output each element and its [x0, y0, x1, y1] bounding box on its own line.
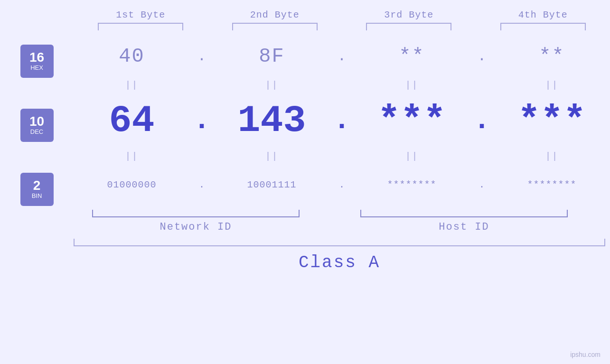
network-bracket	[92, 210, 300, 217]
dec-badge-label: DEC	[30, 128, 43, 136]
top-bracket-2	[232, 23, 318, 30]
class-label: Class A	[299, 253, 380, 272]
dec-dot3: .	[470, 104, 494, 137]
eq1-s1	[190, 78, 214, 92]
dec-b2: 143	[237, 99, 306, 142]
host-id-label: Host ID	[342, 221, 586, 233]
byte1-label: 1st Byte	[74, 9, 208, 20]
bottom-bracket-row	[74, 210, 610, 217]
byte4-label: 4th Byte	[476, 9, 610, 20]
hex-b2-cell: 8F	[214, 45, 330, 68]
class-bracket	[74, 239, 605, 246]
top-bracket-4	[500, 23, 586, 30]
dec-data-row: 64 . 143 . *** . ***	[74, 92, 610, 149]
bin-badge: 2 BIN	[20, 173, 54, 206]
bracket-cell-1	[74, 23, 208, 30]
hex-b2: 8F	[259, 45, 284, 68]
eq1-s2	[330, 78, 354, 92]
host-bracket-cell	[342, 210, 586, 217]
eq2-s1	[190, 149, 214, 163]
bin-dot1: .	[190, 179, 214, 190]
hex-b4-cell: **	[494, 45, 610, 68]
bin-b1-cell: 01000000	[74, 179, 190, 190]
bin-dot3: .	[470, 179, 494, 190]
dec-dot1: .	[190, 104, 214, 137]
watermark: ipshu.com	[570, 351, 601, 358]
top-bracket-1	[98, 23, 183, 30]
eq1-c4: ||	[494, 78, 610, 92]
dec-b2-cell: 143	[214, 99, 330, 142]
bracket-cell-3	[342, 23, 476, 30]
rows-container: 40 . 8F . ** . **	[74, 35, 610, 233]
bin-b2-cell: 10001111	[214, 179, 330, 190]
main-container: 1st Byte 2nd Byte 3rd Byte 4th Byte 16 H…	[0, 0, 610, 364]
dec-b4-cell: ***	[494, 99, 610, 142]
dec-dot2: .	[330, 104, 354, 137]
dec-b4: ***	[517, 99, 586, 142]
eq2-s2	[330, 149, 354, 163]
eq1-c1: ||	[74, 78, 190, 92]
hex-badge-label: HEX	[30, 64, 43, 72]
dec-badge: 10 DEC	[20, 109, 54, 142]
id-labels-row: Network ID Host ID	[74, 221, 610, 233]
host-bracket-inner	[360, 210, 568, 217]
dec-b3: ***	[377, 99, 446, 142]
hex-b1: 40	[119, 45, 144, 68]
hex-b4: **	[539, 45, 564, 68]
dec-badge-number: 10	[29, 115, 44, 128]
hex-badge-number: 16	[29, 51, 44, 64]
eq1-c3: ||	[354, 78, 470, 92]
hex-badge: 16 HEX	[20, 45, 54, 78]
bin-badge-number: 2	[33, 179, 41, 192]
eq2-s3	[470, 149, 494, 163]
bin-data-row: 01000000 . 10001111 . ******** .	[74, 163, 610, 206]
hex-dot2: .	[330, 48, 354, 65]
bin-b3: ********	[387, 179, 436, 190]
dec-b1: 64	[109, 99, 154, 142]
hex-dot3: .	[470, 48, 494, 65]
hex-b3: **	[399, 45, 424, 68]
badge-column: 16 HEX 10 DEC 2 BIN	[0, 35, 74, 233]
class-section: Class A	[0, 239, 610, 272]
header-row: 1st Byte 2nd Byte 3rd Byte 4th Byte	[0, 9, 610, 20]
bin-b2: 10001111	[247, 179, 296, 190]
byte3-label: 3rd Byte	[342, 9, 476, 20]
hex-badge-wrap: 16 HEX	[20, 40, 54, 83]
eq1-c2: ||	[214, 78, 330, 92]
bin-badge-label: BIN	[32, 192, 42, 200]
bin-b3-cell: ********	[354, 179, 470, 190]
hex-b3-cell: **	[354, 45, 470, 68]
top-bracket-row	[0, 23, 610, 30]
hex-data-row: 40 . 8F . ** . **	[74, 35, 610, 78]
byte2-label: 2nd Byte	[208, 9, 342, 20]
bin-dot2: .	[330, 179, 354, 190]
eq1-s3	[470, 78, 494, 92]
eq2-c2: ||	[214, 149, 330, 163]
network-bracket-cell	[74, 210, 318, 217]
eq2-c1: ||	[74, 149, 190, 163]
network-id-label: Network ID	[74, 221, 318, 233]
bin-b4-cell: ********	[494, 179, 610, 190]
bin-badge-wrap: 2 BIN	[20, 168, 54, 211]
bracket-cell-2	[208, 23, 342, 30]
dec-b3-cell: ***	[354, 99, 470, 142]
bin-b1: 01000000	[107, 179, 156, 190]
eq2-c4: ||	[494, 149, 610, 163]
hex-b1-cell: 40	[74, 45, 190, 68]
equals-row-1: || || || ||	[74, 78, 610, 92]
bin-b4: ********	[527, 179, 576, 190]
bracket-cell-4	[476, 23, 610, 30]
top-bracket-3	[366, 23, 451, 30]
eq2-c3: ||	[354, 149, 470, 163]
dec-b1-cell: 64	[74, 99, 190, 142]
equals-row-2: || || || ||	[74, 149, 610, 163]
dec-badge-wrap: 10 DEC	[20, 97, 54, 154]
class-label-row: Class A	[74, 253, 605, 272]
content-area: 16 HEX 10 DEC 2 BIN	[0, 35, 610, 233]
hex-dot1: .	[190, 48, 214, 65]
